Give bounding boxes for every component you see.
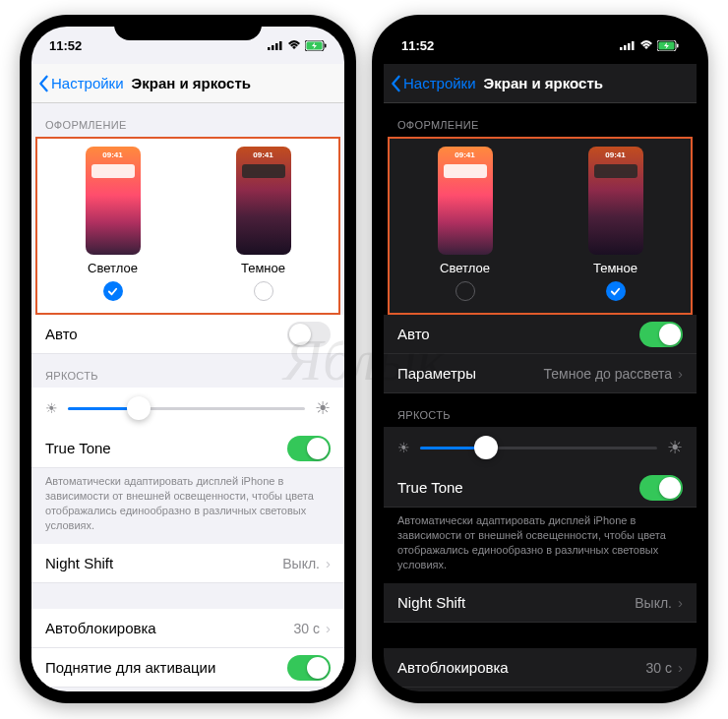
wifi-icon <box>287 40 301 50</box>
row-parameters-label: Параметры <box>397 365 476 382</box>
appearance-label-light: Светлое <box>440 261 490 275</box>
page-title: Экран и яркость <box>132 75 338 91</box>
chevron-right-icon: › <box>678 594 683 611</box>
section-header-brightness: ЯРКОСТЬ <box>384 393 697 427</box>
truetone-description: Автоматически адаптировать дисплей iPhon… <box>384 508 697 583</box>
toggle-auto[interactable] <box>639 322 683 347</box>
battery-icon <box>305 40 327 51</box>
preview-light: 09:41 <box>86 147 141 255</box>
signal-icon <box>268 40 283 50</box>
row-nightshift-value: Выкл. <box>282 556 320 571</box>
appearance-option-light[interactable]: 09:41 Светлое <box>86 147 141 301</box>
radio-unchecked-icon <box>455 281 475 301</box>
preview-dark: 09:41 <box>236 147 291 255</box>
chevron-right-icon: › <box>326 555 331 571</box>
nav-bar: Настройки Экран и яркость <box>31 64 344 103</box>
radio-checked-icon <box>103 281 123 301</box>
appearance-box: 09:41 Светлое 09:41 Темное <box>388 137 693 315</box>
row-nightshift[interactable]: Night Shift Выкл. › <box>31 544 344 583</box>
row-auto[interactable]: Авто <box>31 315 344 354</box>
back-label: Настройки <box>51 75 124 91</box>
row-autolock-value: 30 с <box>294 621 320 636</box>
svg-rect-6 <box>325 43 327 47</box>
sun-large-icon: ☀︎ <box>315 397 331 419</box>
row-auto-label: Авто <box>397 326 430 342</box>
svg-rect-9 <box>628 43 631 50</box>
row-brightness: ☀︎ ☀︎ <box>31 388 344 429</box>
battery-icon <box>657 40 679 51</box>
row-truetone-label: True Tone <box>45 440 111 456</box>
toggle-truetone[interactable] <box>287 436 331 461</box>
row-autolock[interactable]: Автоблокировка 30 с › <box>31 609 344 648</box>
preview-dark: 09:41 <box>588 147 643 255</box>
row-nightshift-label: Night Shift <box>45 555 113 571</box>
svg-rect-3 <box>279 41 282 50</box>
row-auto[interactable]: Авто <box>384 315 697 354</box>
sun-small-icon: ☀︎ <box>45 400 58 416</box>
appearance-option-dark[interactable]: 09:41 Темное <box>588 147 643 301</box>
row-auto-label: Авто <box>45 326 78 342</box>
notch <box>466 15 614 40</box>
section-header-appearance: ОФОРМЛЕНИЕ <box>31 103 344 137</box>
page-title: Экран и яркость <box>484 75 691 91</box>
chevron-right-icon: › <box>678 659 683 676</box>
wifi-icon <box>639 40 653 50</box>
svg-rect-13 <box>677 43 679 47</box>
brightness-slider[interactable] <box>68 407 305 410</box>
phone-dark-mode: 11:52 Настройки Экран и яркость ОФОРМЛЕН… <box>372 15 708 703</box>
row-nightshift-label: Night Shift <box>397 594 465 611</box>
svg-rect-7 <box>620 47 623 50</box>
section-header-brightness: ЯРКОСТЬ <box>31 354 344 388</box>
row-autolock-label: Автоблокировка <box>45 620 156 636</box>
appearance-option-dark[interactable]: 09:41 Темное <box>236 147 291 301</box>
back-button[interactable]: Настройки <box>390 75 476 92</box>
status-time: 11:52 <box>401 38 434 53</box>
chevron-left-icon <box>390 75 401 92</box>
brightness-slider[interactable] <box>420 447 657 449</box>
row-brightness: ☀︎ ☀︎ <box>384 427 697 468</box>
toggle-truetone[interactable] <box>639 475 683 501</box>
svg-rect-1 <box>272 45 274 50</box>
row-nightshift-value: Выкл. <box>635 595 672 611</box>
chevron-right-icon: › <box>678 365 683 382</box>
nav-bar: Настройки Экран и яркость <box>384 64 697 103</box>
row-truetone-label: True Tone <box>397 479 463 496</box>
appearance-box: 09:41 Светлое 09:41 Темное <box>35 137 340 315</box>
chevron-left-icon <box>37 75 49 92</box>
row-parameters[interactable]: Параметры Темное до рассвета › <box>384 354 697 393</box>
status-icons <box>620 40 679 51</box>
row-raise[interactable]: Поднятие для активации <box>384 688 697 691</box>
row-raise[interactable]: Поднятие для активации <box>31 648 344 688</box>
signal-icon <box>620 40 636 50</box>
appearance-label-light: Светлое <box>88 261 138 275</box>
row-nightshift[interactable]: Night Shift Выкл. › <box>384 583 697 623</box>
status-icons <box>268 40 327 51</box>
row-autolock-label: Автоблокировка <box>397 659 509 676</box>
row-autolock-value: 30 с <box>646 660 672 676</box>
section-header-appearance: ОФОРМЛЕНИЕ <box>384 103 697 137</box>
notch <box>114 15 262 40</box>
preview-time: 09:41 <box>438 150 493 159</box>
back-label: Настройки <box>403 75 476 91</box>
chevron-right-icon: › <box>326 620 331 636</box>
sun-large-icon: ☀︎ <box>667 437 683 458</box>
svg-rect-8 <box>624 45 627 50</box>
toggle-raise[interactable] <box>287 655 331 681</box>
preview-time: 09:41 <box>86 150 141 159</box>
svg-rect-2 <box>275 43 278 50</box>
preview-time: 09:41 <box>588 150 643 159</box>
appearance-label-dark: Темное <box>241 261 285 275</box>
phone-light-mode: 11:52 Настройки Экран и яркость ОФОРМЛЕН… <box>20 15 356 703</box>
row-autolock[interactable]: Автоблокировка 30 с › <box>384 648 697 688</box>
back-button[interactable]: Настройки <box>37 75 124 92</box>
row-truetone[interactable]: True Tone <box>31 429 344 468</box>
row-parameters-value: Темное до рассвета <box>544 366 672 382</box>
preview-time: 09:41 <box>236 150 291 159</box>
row-raise-label: Поднятие для активации <box>45 659 215 676</box>
appearance-option-light[interactable]: 09:41 Светлое <box>438 147 493 301</box>
radio-unchecked-icon <box>254 281 273 301</box>
toggle-auto[interactable] <box>287 322 331 347</box>
row-truetone[interactable]: True Tone <box>384 468 697 508</box>
truetone-description: Автоматически адаптировать дисплей iPhon… <box>31 468 344 544</box>
preview-light: 09:41 <box>438 147 493 255</box>
